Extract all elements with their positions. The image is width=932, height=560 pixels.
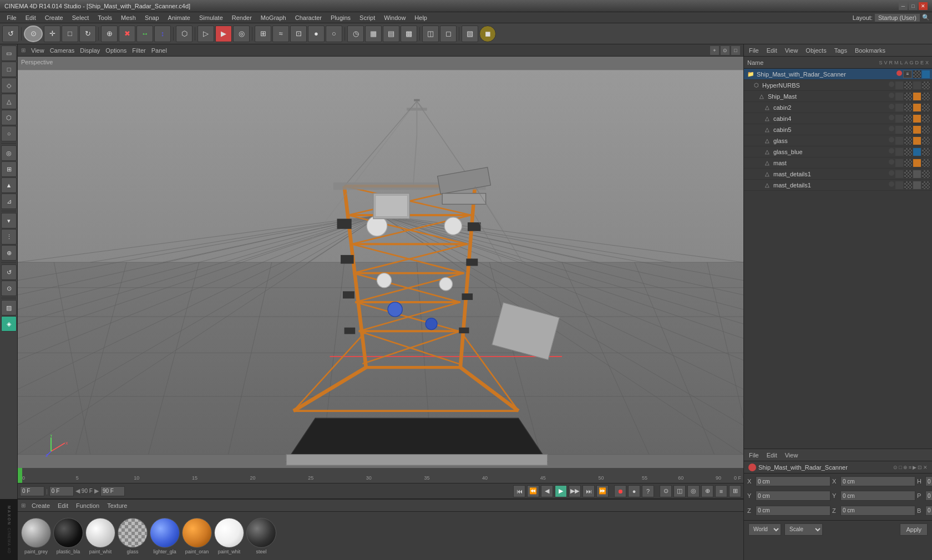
vis-dot-c4[interactable] (889, 115, 894, 120)
obj-row-mast[interactable]: △ mast (744, 157, 932, 169)
snap-btn2[interactable]: ◻ (440, 26, 457, 42)
vp-menu-cameras[interactable]: Cameras (48, 47, 77, 54)
vis-dot-c2[interactable] (889, 104, 894, 109)
obj-menu-bookmarks[interactable]: Bookmarks (853, 47, 887, 54)
coord-input-p[interactable] (925, 491, 932, 501)
obj-row-cabin2[interactable]: △ cabin2 (744, 102, 932, 113)
motion-btn1[interactable]: ⊙ (660, 485, 672, 497)
obj-menu-file[interactable]: File (747, 47, 761, 54)
deform-btn2[interactable]: ▦ (365, 26, 382, 42)
deform-btn1[interactable]: ◷ (347, 26, 364, 42)
tool-box[interactable]: □ (1, 62, 17, 77)
tool-diamond[interactable]: ◇ (1, 78, 17, 93)
obj-btn2[interactable]: ≈ (272, 26, 289, 42)
tool-rotate[interactable]: ↺ (1, 264, 17, 280)
attr-menu-view[interactable]: View (783, 452, 800, 459)
current-frame-input[interactable] (20, 486, 44, 496)
menu-select[interactable]: Select (68, 13, 94, 22)
vis-dot-sm[interactable] (889, 93, 894, 98)
snap-btn1[interactable]: ◫ (422, 26, 439, 42)
vis-dot-ma[interactable] (889, 159, 894, 165)
vis2-c2[interactable] (895, 104, 903, 111)
menu-animate[interactable]: Animate (164, 13, 195, 22)
obj-row-mast-details1b[interactable]: △ mast_details1 (744, 180, 932, 191)
prev-frame-button[interactable]: ◀ (541, 485, 553, 497)
coord-system-dropdown[interactable]: World Object Global (748, 523, 781, 536)
obj-row-mast-details1[interactable]: △ mast_details1 (744, 169, 932, 180)
menu-tools[interactable]: Tools (93, 13, 116, 22)
obj-menu-edit[interactable]: Edit (765, 47, 779, 54)
menu-render[interactable]: Render (227, 13, 256, 22)
obj-row-root[interactable]: 📁 Ship_Mast_with_Radar_Scanner ≡ (744, 69, 932, 80)
deform-btn4[interactable]: ▩ (401, 26, 417, 42)
menu-create[interactable]: Create (40, 13, 68, 22)
polygon-button[interactable]: ⬡ (176, 26, 193, 42)
coord-mode-dropdown[interactable]: Scale Absolute Relative (784, 523, 823, 536)
menu-script[interactable]: Script (355, 13, 379, 22)
obj-btn3[interactable]: ⊡ (290, 26, 307, 42)
tool-circle[interactable]: ○ (1, 126, 17, 141)
vis2-md2[interactable] (895, 181, 903, 189)
motion-btn6[interactable]: ⊞ (729, 485, 741, 497)
coord-input-h[interactable] (925, 476, 932, 486)
menu-character[interactable]: Character (291, 13, 326, 22)
menu-edit[interactable]: Edit (21, 13, 40, 22)
mat-menu-create[interactable]: Create (30, 502, 52, 509)
vis-dot-gb[interactable] (889, 148, 894, 154)
obj-row-hypernurbs[interactable]: ⬡ HyperNURBS (744, 80, 932, 91)
maximize-button[interactable]: □ (909, 2, 918, 10)
undo-button[interactable]: ↺ (2, 26, 19, 42)
apply-button[interactable]: Apply (900, 523, 928, 536)
obj-menu-view[interactable]: View (783, 47, 800, 54)
viewport-icon-plus[interactable]: + (710, 46, 719, 55)
select-tool-button[interactable]: ⊙ (24, 26, 43, 42)
obj-btn4[interactable]: ● (308, 26, 325, 42)
vis-dot-gl[interactable] (889, 137, 894, 142)
window-controls[interactable]: ─ □ ✕ (899, 2, 928, 10)
obj-menu-objects[interactable]: Objects (804, 47, 828, 54)
viewport-3d[interactable]: Perspective (18, 57, 743, 468)
obj-row-ship-mast[interactable]: △ Ship_Mast (744, 91, 932, 102)
material-paint-white2[interactable]: paint_whit (214, 518, 244, 554)
playback-help-button[interactable]: ? (642, 485, 654, 497)
scale-tool-button[interactable]: □ (62, 26, 78, 42)
vis2-c4[interactable] (895, 115, 903, 123)
render-region-button[interactable]: ▷ (197, 26, 214, 42)
obj-btn1[interactable]: ⊞ (255, 26, 271, 42)
menu-plugins[interactable]: Plugins (326, 13, 355, 22)
vp-menu-view[interactable]: View (29, 47, 47, 54)
tool-magnet[interactable]: ⊙ (1, 281, 17, 296)
vis-dot-root[interactable] (896, 70, 902, 76)
light-btn2[interactable]: ◼ (479, 26, 496, 42)
attr-menu-edit[interactable]: Edit (765, 452, 779, 459)
motion-btn3[interactable]: ◎ (687, 485, 700, 497)
move-tool-button[interactable]: ✛ (44, 26, 60, 42)
obj-row-glass-blue[interactable]: △ glass_blue (744, 146, 932, 157)
mat-menu-function[interactable]: Function (74, 502, 101, 509)
tool-target[interactable]: ◎ (1, 145, 17, 161)
tool-fill[interactable]: ▨ (1, 300, 17, 315)
tool-grid[interactable]: ⊞ (1, 161, 17, 177)
tool-dots[interactable]: ⋮ (1, 229, 17, 245)
coord-input-x-pos[interactable] (756, 476, 830, 486)
vis-dot-c5[interactable] (889, 126, 894, 131)
record-button[interactable]: ⏺ (614, 485, 626, 497)
y-axis-button[interactable]: ↔ (136, 26, 153, 42)
go-start-button[interactable]: ⏮ (513, 485, 525, 497)
deform-btn3[interactable]: ▤ (383, 26, 399, 42)
obj-btn5[interactable]: ○ (326, 26, 342, 42)
light-btn1[interactable]: ▧ (462, 26, 478, 42)
attr-menu-file[interactable]: File (747, 452, 761, 459)
vis2-gb[interactable] (895, 148, 903, 156)
play-button[interactable]: ▶ (555, 485, 567, 497)
coord-input-z-size[interactable] (840, 506, 915, 516)
tool-pyramid[interactable]: ▲ (1, 177, 17, 193)
vis2-md1[interactable] (895, 170, 903, 178)
next-frame-button[interactable]: ▶▶ (569, 485, 581, 497)
vis2-c5[interactable] (895, 126, 903, 134)
vp-menu-panel[interactable]: Panel (149, 47, 169, 54)
frame-end-input[interactable] (100, 486, 125, 496)
layout-search-icon[interactable]: 🔍 (922, 14, 930, 21)
material-lighter-glass[interactable]: lighter_gla (150, 518, 180, 554)
tool-move-down[interactable]: ▾ (1, 213, 17, 228)
